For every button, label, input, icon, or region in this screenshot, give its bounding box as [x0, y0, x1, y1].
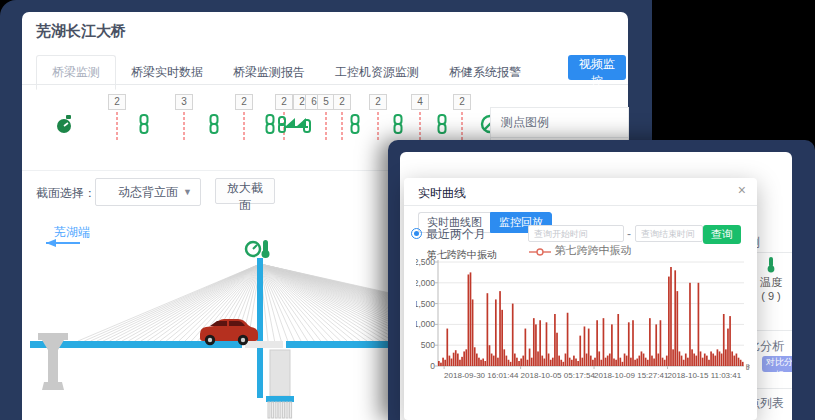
- chart-bar: [605, 358, 607, 366]
- chart-bar: [689, 283, 691, 366]
- chart-bar: [508, 360, 510, 366]
- chart-bar: [520, 359, 522, 366]
- sensor-count-badge: 2: [275, 94, 293, 110]
- sensor-count-badge: 2: [235, 94, 253, 110]
- sensor-count-badge: 2: [108, 94, 126, 110]
- video-monitor-button[interactable]: 视频监控: [568, 55, 626, 80]
- chart-bar: [710, 351, 712, 366]
- tab-divider: [22, 84, 628, 85]
- y-tick-label: 1,500: [416, 299, 435, 309]
- chart-bar: [506, 356, 508, 366]
- chart-bar: [577, 361, 579, 366]
- link-icon[interactable]: [207, 114, 221, 138]
- chart-bar: [714, 356, 716, 366]
- chart-bar: [529, 349, 531, 366]
- enlarge-section-button[interactable]: 放大截面: [215, 178, 275, 204]
- chart-bar: [527, 360, 529, 366]
- chart-bar: [617, 314, 619, 366]
- link-icon[interactable]: [391, 114, 405, 138]
- x-tick-label: 2018-10-15 11:03:41: [668, 371, 742, 380]
- chart-bar: [657, 354, 659, 366]
- chart-bar: [700, 351, 702, 366]
- chart-bar: [533, 318, 535, 366]
- chart-bar: [503, 349, 505, 366]
- chart-bar: [723, 314, 725, 366]
- chart-bar: [717, 349, 719, 366]
- chart-bar: [607, 356, 609, 366]
- chart-bar: [674, 270, 676, 366]
- sensor-count-badge: 2: [369, 94, 387, 110]
- chart-bar: [495, 299, 497, 366]
- chevron-down-icon: ▼: [183, 179, 192, 205]
- y-tick-label: 500: [421, 340, 435, 350]
- chart-bar: [484, 361, 486, 366]
- query-end-time-input[interactable]: [635, 225, 703, 242]
- chart-bar: [474, 347, 476, 366]
- legend-marker-icon: [529, 248, 551, 256]
- chart-bar: [729, 316, 731, 366]
- link-icon[interactable]: [435, 114, 449, 138]
- chart-bar: [518, 361, 520, 366]
- close-icon[interactable]: ×: [738, 183, 746, 197]
- legend-series-label: 第七跨跨中振动: [555, 244, 632, 256]
- gauge-icon[interactable]: [55, 114, 73, 138]
- chart-bar: [497, 358, 499, 366]
- chart-bar: [444, 360, 446, 366]
- chart-bar: [584, 326, 586, 366]
- chart-bar: [596, 320, 598, 366]
- chart-bar: [463, 351, 465, 366]
- bridge-end-label: 芜湖端: [54, 225, 90, 239]
- sensor-count-badge: 4: [411, 94, 429, 110]
- recent-two-months-radio[interactable]: [411, 228, 422, 239]
- link-icon[interactable]: [137, 114, 151, 138]
- chart-bar: [582, 358, 584, 366]
- chart-bar: [499, 291, 501, 366]
- chart-bar: [647, 360, 649, 366]
- y-tick-label: 2,000: [416, 278, 435, 288]
- chart-bar: [672, 349, 674, 366]
- link-icon[interactable]: [348, 114, 362, 138]
- chart-bar: [567, 313, 569, 366]
- compare-analysis-button[interactable]: 对比分析: [762, 356, 792, 372]
- left-arrow-icon: [46, 239, 80, 247]
- chart-bar: [575, 359, 577, 366]
- chart-bar: [461, 357, 463, 366]
- sensor-marker-line: [117, 112, 118, 140]
- chart-bar: [643, 354, 645, 366]
- chart-bar: [550, 360, 552, 366]
- query-button[interactable]: 查询: [703, 225, 741, 244]
- chart-bar: [704, 354, 706, 366]
- chart-bar: [683, 360, 685, 366]
- chart-bar: [702, 358, 704, 366]
- bearing-icon[interactable]: [277, 114, 311, 138]
- chart-bar: [693, 354, 695, 366]
- chart-bar: [565, 354, 567, 366]
- chart-bar: [459, 360, 461, 366]
- chart-bar: [600, 360, 602, 366]
- chart-bar: [727, 329, 729, 366]
- chart-bar: [470, 272, 472, 366]
- chart-bar: [594, 358, 596, 366]
- thermometer-icon: [765, 256, 777, 273]
- chart-bar: [579, 336, 581, 366]
- chart-bar: [687, 358, 689, 366]
- chart-bar: [489, 345, 491, 366]
- chart-bar: [546, 322, 548, 366]
- chart-bar: [472, 299, 474, 366]
- chart-bar: [552, 358, 554, 366]
- chart-bar: [560, 360, 562, 366]
- chart-bar: [478, 358, 480, 366]
- page-title: 芜湖长江大桥: [36, 22, 126, 41]
- chart-bar: [563, 362, 565, 366]
- sensor-marker-line: [342, 112, 343, 140]
- chart-bar: [655, 324, 657, 366]
- chart-bar: [468, 274, 470, 366]
- tower-foundation: [266, 350, 294, 418]
- section-select-dropdown[interactable]: 动态背立面 ▼: [95, 178, 201, 206]
- link-icon[interactable]: [263, 114, 277, 138]
- query-start-time-input[interactable]: [528, 225, 624, 242]
- chart-bar: [622, 362, 624, 366]
- chart-bar: [630, 358, 632, 366]
- chart-bar: [465, 349, 467, 366]
- chart-bar: [636, 359, 638, 366]
